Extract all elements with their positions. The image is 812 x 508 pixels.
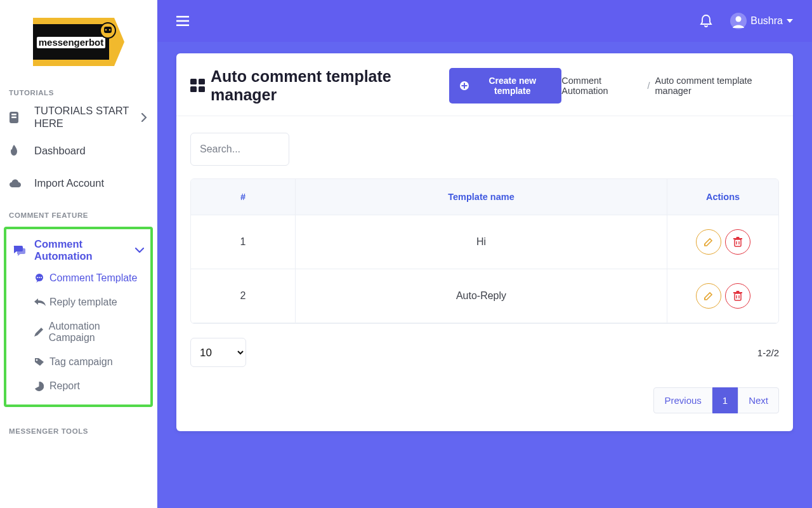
svg-rect-28 [735, 239, 741, 246]
sidebar-section-tutorials: TUTORIALS [0, 77, 157, 100]
tag-icon [34, 358, 49, 366]
bell-icon[interactable] [700, 14, 712, 28]
sidebar-item-label: Import Account [34, 177, 148, 190]
plus-circle-icon [459, 81, 469, 91]
create-template-button[interactable]: Create new template [449, 68, 561, 104]
sidebar-item-label: Dashboard [34, 145, 148, 157]
sidebar-sub-label: Comment Template [49, 272, 137, 284]
edit-icon [704, 291, 714, 301]
logo: messengerbot [33, 18, 124, 66]
comments-icon [13, 244, 34, 256]
trash-icon [733, 291, 742, 301]
breadcrumb: Comment Automation / Auto comment templa… [561, 76, 779, 96]
chevron-down-icon [135, 247, 144, 253]
badge-icon [9, 111, 34, 124]
grid-icon [190, 79, 206, 93]
cell-num: 1 [191, 215, 295, 269]
svg-rect-16 [176, 16, 189, 18]
page-size-select[interactable]: 10 [190, 338, 246, 367]
sidebar-sub-label: Tag campaign [49, 356, 113, 368]
sidebar-item-import-account[interactable]: Import Account [0, 167, 157, 200]
svg-rect-33 [735, 293, 741, 300]
search-input[interactable] [190, 133, 289, 166]
cell-name: Hi [295, 215, 667, 269]
sidebar-sub-label: Automation Campaign [49, 321, 144, 344]
sidebar-item-dashboard[interactable]: Dashboard [0, 135, 157, 168]
sidebar-sub-label: Report [49, 380, 80, 392]
sidebar-section-messenger-tools: MESSENGER TOOLS [0, 416, 157, 439]
svg-rect-21 [190, 79, 197, 84]
delete-button[interactable] [725, 283, 750, 309]
speech-bubble-icon [34, 274, 49, 283]
sidebar-item-tutorials-start[interactable]: TUTORIALS START HERE [0, 100, 157, 135]
breadcrumb-item: Auto comment template manager [655, 76, 779, 96]
sidebar-sub-label: Reply template [49, 297, 117, 308]
logo-area: messengerbot [0, 0, 157, 77]
delete-button[interactable] [725, 229, 750, 255]
avatar-icon [730, 13, 747, 29]
page-counter: 1-2/2 [757, 347, 779, 358]
card-header: Auto comment template manager Create new… [176, 53, 793, 116]
svg-point-13 [39, 277, 40, 278]
cell-num: 2 [191, 269, 295, 323]
svg-text:messengerbot: messengerbot [38, 37, 103, 48]
sidebar-sub-tag-campaign[interactable]: Tag campaign [9, 350, 148, 374]
topbar: Bushra [157, 0, 812, 42]
breadcrumb-item[interactable]: Comment Automation [561, 76, 642, 96]
svg-rect-18 [176, 24, 189, 26]
caret-down-icon [787, 19, 793, 23]
svg-point-14 [41, 277, 42, 278]
table-footer-row: 10 1-2/2 [190, 338, 779, 367]
paginator: Previous 1 Next [190, 387, 779, 413]
sidebar: messengerbot TUTORIALS TUTORIALS START H… [0, 0, 157, 508]
table-header-num: # [191, 179, 295, 215]
sidebar-sub-comment-template[interactable]: Comment Template [9, 266, 148, 290]
sidebar-sub-automation-campaign[interactable]: Automation Campaign [9, 314, 148, 350]
chevron-right-icon [140, 113, 148, 122]
cell-actions [667, 269, 778, 323]
table-row: 1 Hi [191, 215, 778, 269]
table-row: 2 Auto-Reply [191, 269, 778, 323]
cell-name: Auto-Reply [295, 269, 667, 323]
sidebar-group-comment-automation: Comment Automation Comment Template Repl… [4, 227, 153, 407]
svg-rect-24 [199, 86, 205, 92]
reply-icon [34, 298, 49, 306]
svg-rect-22 [199, 79, 205, 84]
sidebar-sub-report[interactable]: Report [9, 374, 148, 398]
svg-point-12 [37, 277, 38, 278]
table-header-name: Template name [295, 179, 667, 215]
page-title: Auto comment template manager [190, 67, 439, 104]
svg-rect-30 [736, 237, 739, 239]
svg-rect-17 [176, 20, 189, 22]
create-template-label: Create new template [473, 76, 551, 96]
svg-point-15 [36, 359, 38, 361]
sidebar-sub-reply-template[interactable]: Reply template [9, 290, 148, 314]
flame-icon [9, 145, 34, 156]
edit-button[interactable] [696, 229, 721, 255]
table-header-actions: Actions [667, 179, 778, 215]
edit-icon [704, 237, 714, 247]
sidebar-item-comment-automation[interactable]: Comment Automation [9, 234, 148, 266]
pie-chart-icon [34, 382, 49, 391]
user-name: Bushra [750, 15, 783, 27]
svg-point-20 [736, 17, 742, 22]
templates-table: # Template name Actions 1 Hi [190, 178, 779, 324]
sidebar-item-label: Comment Automation [34, 238, 135, 262]
page-title-text: Auto comment template manager [211, 67, 439, 104]
edit-button[interactable] [696, 283, 721, 309]
cloud-icon [9, 179, 34, 188]
svg-point-6 [105, 29, 107, 31]
breadcrumb-separator: / [647, 81, 650, 91]
menu-toggle-icon[interactable] [176, 16, 189, 26]
card-body: # Template name Actions 1 Hi [176, 116, 793, 431]
svg-rect-23 [190, 86, 197, 92]
svg-rect-10 [11, 116, 16, 118]
pagination-next[interactable]: Next [738, 387, 779, 413]
sidebar-section-comment-feature: COMMENT FEATURE [0, 200, 157, 223]
trash-icon [733, 237, 742, 247]
pagination-page-1[interactable]: 1 [712, 387, 738, 413]
pagination-previous[interactable]: Previous [653, 387, 712, 413]
svg-rect-27 [462, 85, 468, 86]
user-menu[interactable]: Bushra [730, 13, 793, 29]
svg-rect-35 [736, 291, 739, 293]
